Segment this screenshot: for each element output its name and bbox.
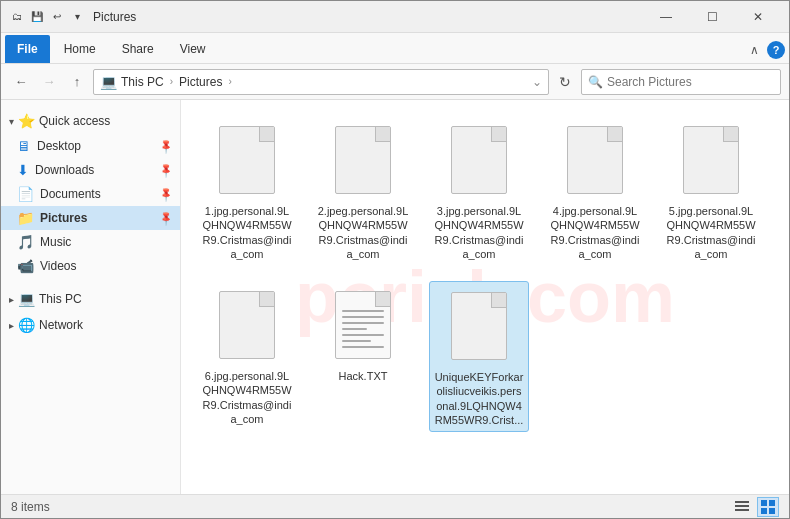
ribbon-collapse-icon[interactable]: ∧ (750, 43, 759, 57)
list-item[interactable]: 6.jpg.personal.9LQHNQW4RM55WR9.Cristmas@… (197, 281, 297, 432)
network-icon: 🌐 (18, 317, 35, 333)
music-icon: 🎵 (17, 234, 34, 250)
file-icon (219, 126, 275, 194)
this-pc-chevron: ▸ (9, 294, 14, 305)
file-icon (567, 126, 623, 194)
tab-share[interactable]: Share (110, 35, 166, 63)
downloads-icon: ⬇ (17, 162, 29, 178)
music-label: Music (40, 235, 71, 249)
pin-icon-pictures: 📌 (158, 210, 174, 226)
sidebar-item-documents[interactable]: 📄 Documents 📌 (1, 182, 180, 206)
file-icon-container (443, 286, 515, 366)
search-icon: 🔍 (588, 75, 603, 89)
list-item[interactable]: UniqueKEYForkarolisliucveikis.personal.9… (429, 281, 529, 432)
address-path[interactable]: 💻 This PC › Pictures › ⌄ (93, 69, 549, 95)
svg-rect-2 (735, 509, 749, 511)
file-name: 1.jpg.personal.9LQHNQW4RM55WR9.Cristmas@… (201, 204, 293, 261)
status-bar: 8 items (1, 494, 789, 518)
list-item[interactable]: 3.jpg.personal.9LQHNQW4RM55WR9.Cristmas@… (429, 116, 529, 265)
sidebar-section-this-pc[interactable]: ▸ 💻 This PC (1, 286, 180, 312)
tab-home[interactable]: Home (52, 35, 108, 63)
list-item[interactable]: 2.jpeg.personal.9LQHNQW4RM55WR9.Cristmas… (313, 116, 413, 265)
maximize-button[interactable]: ☐ (689, 1, 735, 33)
downloads-label: Downloads (35, 163, 94, 177)
list-view-icon (735, 500, 749, 514)
list-item[interactable]: 4.jpg.personal.9LQHNQW4RM55WR9.Cristmas@… (545, 116, 645, 265)
this-pc-icon: 💻 (18, 291, 35, 307)
pin-icon: 📌 (158, 138, 174, 154)
file-name: 3.jpg.personal.9LQHNQW4RM55WR9.Cristmas@… (433, 204, 525, 261)
item-count: 8 items (11, 500, 50, 514)
view-toggle (731, 497, 779, 517)
file-name: 2.jpeg.personal.9LQHNQW4RM55WR9.Cristmas… (317, 204, 409, 261)
file-name: UniqueKEYForkarolisliucveikis.personal.9… (434, 370, 524, 427)
videos-icon: 📹 (17, 258, 34, 274)
dropdown-icon[interactable]: ▾ (69, 9, 85, 25)
file-icon-container (211, 285, 283, 365)
ribbon-tabs: File Home Share View ∧ ? (1, 33, 789, 63)
quick-access-label: Quick access (39, 114, 110, 128)
title-bar-icons: 🗂 💾 ↩ ▾ (9, 9, 85, 25)
svg-rect-6 (769, 508, 775, 514)
file-icon-container (211, 120, 283, 200)
svg-rect-4 (769, 500, 775, 506)
path-dropdown-icon[interactable]: ⌄ (532, 75, 542, 89)
back-button[interactable]: ← (9, 70, 33, 94)
sidebar-section-quick-access[interactable]: ▾ ⭐ Quick access (1, 108, 180, 134)
path-chevron-1: › (170, 76, 173, 87)
pictures-icon: 📁 (17, 210, 34, 226)
network-chevron: ▸ (9, 320, 14, 331)
sidebar-item-videos[interactable]: 📹 Videos (1, 254, 180, 278)
file-icon-container (443, 120, 515, 200)
pictures-label: Pictures (40, 211, 87, 225)
file-icon (335, 126, 391, 194)
list-item[interactable]: Hack.TXT (313, 281, 413, 432)
title-bar: 🗂 💾 ↩ ▾ Pictures — ☐ ✕ (1, 1, 789, 33)
app-icon: 🗂 (9, 9, 25, 25)
up-button[interactable]: ↑ (65, 70, 89, 94)
file-name: 4.jpg.personal.9LQHNQW4RM55WR9.Cristmas@… (549, 204, 641, 261)
this-pc-label: This PC (39, 292, 82, 306)
search-box[interactable]: 🔍 (581, 69, 781, 95)
save-icon[interactable]: 💾 (29, 9, 45, 25)
documents-label: Documents (40, 187, 101, 201)
videos-label: Videos (40, 259, 76, 273)
file-name: Hack.TXT (339, 369, 388, 383)
desktop-icon: 🖥 (17, 138, 31, 154)
path-pictures: Pictures (179, 75, 222, 89)
sidebar-section-network[interactable]: ▸ 🌐 Network (1, 312, 180, 338)
list-item[interactable]: 5.jpg.personal.9LQHNQW4RM55WR9.Cristmas@… (661, 116, 761, 265)
file-icon-container (675, 120, 747, 200)
forward-button[interactable]: → (37, 70, 61, 94)
sidebar-item-downloads[interactable]: ⬇ Downloads 📌 (1, 158, 180, 182)
tab-file[interactable]: File (5, 35, 50, 63)
grid-view-icon (761, 500, 775, 514)
undo-icon[interactable]: ↩ (49, 9, 65, 25)
file-icon (683, 126, 739, 194)
grid-view-button[interactable] (757, 497, 779, 517)
help-icon[interactable]: ? (767, 41, 785, 59)
sidebar-item-music[interactable]: 🎵 Music (1, 230, 180, 254)
close-button[interactable]: ✕ (735, 1, 781, 33)
documents-icon: 📄 (17, 186, 34, 202)
file-grid: 1.jpg.personal.9LQHNQW4RM55WR9.Cristmas@… (197, 116, 773, 432)
minimize-button[interactable]: — (643, 1, 689, 33)
svg-rect-1 (735, 505, 749, 507)
refresh-button[interactable]: ↻ (553, 70, 577, 94)
desktop-label: Desktop (37, 139, 81, 153)
sidebar-item-desktop[interactable]: 🖥 Desktop 📌 (1, 134, 180, 158)
file-area: pcrisk.com 1.jpg.personal.9LQHNQW4RM55WR… (181, 100, 789, 494)
path-chevron-2: › (228, 76, 231, 87)
sidebar: ▾ ⭐ Quick access 🖥 Desktop 📌 ⬇ Downloads… (1, 100, 181, 494)
search-input[interactable] (607, 75, 747, 89)
pin-icon-documents: 📌 (158, 186, 174, 202)
tab-view[interactable]: View (168, 35, 218, 63)
file-icon (451, 126, 507, 194)
list-item[interactable]: 1.jpg.personal.9LQHNQW4RM55WR9.Cristmas@… (197, 116, 297, 265)
sidebar-item-pictures[interactable]: 📁 Pictures 📌 (1, 206, 180, 230)
file-icon-container (559, 120, 631, 200)
list-view-button[interactable] (731, 497, 753, 517)
quick-access-chevron: ▾ (9, 116, 14, 127)
file-name: 6.jpg.personal.9LQHNQW4RM55WR9.Cristmas@… (201, 369, 293, 426)
ribbon: File Home Share View ∧ ? (1, 33, 789, 64)
